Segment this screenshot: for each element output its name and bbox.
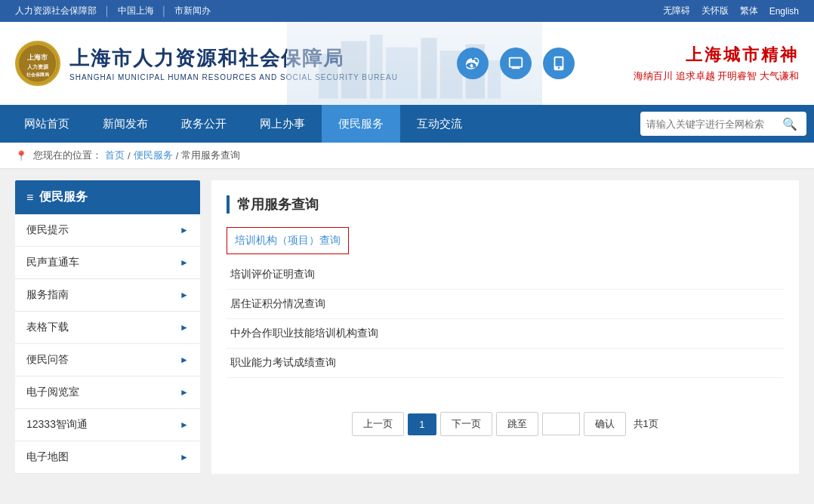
sidebar-item-label: 民声直通车 bbox=[26, 256, 79, 269]
sidebar-item-map[interactable]: 电子地图 ► bbox=[15, 441, 200, 474]
sidebar-item-guide[interactable]: 服务指南 ► bbox=[15, 279, 200, 312]
breadcrumb-services[interactable]: 便民服务 bbox=[134, 149, 173, 162]
weibo-icon-btn[interactable] bbox=[457, 48, 489, 79]
sidebar: ≡ 便民服务 便民提示 ► 民声直通车 ► 服务指南 ► 表格下载 ► 便民问答… bbox=[15, 180, 200, 474]
sidebar-header-icon: ≡ bbox=[26, 191, 33, 204]
content-title: 常用服务查询 bbox=[227, 195, 784, 214]
sidebar-item-label: 便民提示 bbox=[26, 223, 69, 237]
top-link-shanghai[interactable]: 中国上海 bbox=[118, 5, 154, 17]
sidebar-item-label: 电子阅览室 bbox=[26, 386, 79, 399]
svg-text:人力资源: 人力资源 bbox=[26, 63, 49, 69]
total-pages: 共1页 bbox=[634, 417, 658, 431]
sidebar-arrow-icon: ► bbox=[180, 355, 189, 365]
sidebar-item-label: 表格下载 bbox=[26, 321, 69, 334]
nav-item-news[interactable]: 新闻发布 bbox=[86, 105, 165, 143]
sidebar-item-label: 服务指南 bbox=[26, 288, 69, 302]
breadcrumb-prefix: 您现在的位置： bbox=[33, 149, 102, 162]
nav-bar: 网站首页 新闻发布 政务公开 网上办事 便民服务 互动交流 🔍 bbox=[0, 105, 814, 143]
city-spirit-title: 上海城市精神 bbox=[634, 44, 799, 66]
top-bar: 人力资源社会保障部 │ 中国上海 │ 市新闻办 无障碍 关怀版 繁体 Engli… bbox=[0, 0, 814, 22]
sidebar-arrow-icon: ► bbox=[180, 322, 189, 333]
nav-item-politics[interactable]: 政务公开 bbox=[165, 105, 243, 143]
nav-search-box: 🔍 bbox=[640, 112, 806, 136]
nav-item-home[interactable]: 网站首页 bbox=[8, 105, 86, 143]
service-item-training[interactable]: 培训机构（项目）查询 bbox=[227, 227, 349, 254]
sidebar-item-label: 便民问答 bbox=[26, 353, 69, 367]
sidebar-arrow-icon: ► bbox=[180, 225, 189, 235]
next-page-btn[interactable]: 下一页 bbox=[440, 412, 492, 436]
sidebar-item-label: 12333智询通 bbox=[26, 418, 88, 432]
service-list: 培训机构（项目）查询 培训评价证明查询 居住证积分情况查询 中外合作职业技能培训… bbox=[227, 227, 784, 378]
desktop-icon-btn[interactable] bbox=[500, 48, 532, 79]
confirm-btn[interactable]: 确认 bbox=[584, 412, 626, 436]
sidebar-arrow-icon: ► bbox=[180, 257, 189, 268]
nav-item-interaction[interactable]: 互动交流 bbox=[400, 105, 479, 143]
top-bar-left: 人力资源社会保障部 │ 中国上海 │ 市新闻办 bbox=[15, 5, 211, 17]
service-item-exam[interactable]: 职业能力考试成绩查询 bbox=[227, 349, 784, 378]
social-icons bbox=[457, 48, 575, 79]
header: 上海市 人力资源 社会保障局 上海市人力资源和社会保障局 SHANGHAI MU… bbox=[0, 22, 814, 105]
sidebar-title: 便民服务 bbox=[39, 189, 88, 205]
top-link-accessible[interactable]: 无障碍 bbox=[663, 5, 690, 17]
search-icon[interactable]: 🔍 bbox=[782, 117, 797, 131]
breadcrumb: 📍 您现在的位置： 首页 / 便民服务 / 常用服务查询 bbox=[0, 143, 814, 169]
svg-rect-8 bbox=[421, 38, 436, 98]
svg-rect-6 bbox=[370, 35, 383, 99]
logo-icon: 上海市 人力资源 社会保障局 bbox=[15, 41, 60, 86]
sidebar-arrow-icon: ► bbox=[180, 452, 189, 463]
svg-text:社会保障局: 社会保障局 bbox=[26, 71, 49, 76]
sidebar-item-tips[interactable]: 便民提示 ► bbox=[15, 214, 200, 247]
sidebar-arrow-icon: ► bbox=[180, 419, 189, 430]
sidebar-arrow-icon: ► bbox=[180, 387, 189, 398]
city-spirit: 上海城市精神 海纳百川 追求卓越 开明睿智 大气谦和 bbox=[634, 44, 799, 83]
content-area: 常用服务查询 培训机构（项目）查询 培训评价证明查询 居住证积分情况查询 中外合… bbox=[211, 180, 799, 474]
top-link-hrss[interactable]: 人力资源社会保障部 bbox=[15, 5, 97, 17]
mobile-icon-btn[interactable] bbox=[543, 48, 575, 79]
nav-item-online[interactable]: 网上办事 bbox=[243, 105, 322, 143]
sidebar-item-forms[interactable]: 表格下载 ► bbox=[15, 312, 200, 344]
svg-rect-4 bbox=[319, 54, 338, 98]
jump-btn[interactable]: 跳至 bbox=[496, 412, 538, 436]
svg-text:上海市: 上海市 bbox=[27, 53, 48, 61]
pagination: 上一页 1 下一页 跳至 确认 共1页 bbox=[227, 401, 784, 436]
sidebar-item-reading[interactable]: 电子阅览室 ► bbox=[15, 376, 200, 409]
top-link-news[interactable]: 市新闻办 bbox=[174, 5, 211, 17]
nav-item-services[interactable]: 便民服务 bbox=[322, 105, 400, 143]
city-spirit-sub: 海纳百川 追求卓越 开明睿智 大气谦和 bbox=[634, 69, 799, 83]
sidebar-item-faq[interactable]: 便民问答 ► bbox=[15, 344, 200, 376]
page-1-btn[interactable]: 1 bbox=[408, 413, 436, 435]
prev-page-btn[interactable]: 上一页 bbox=[352, 412, 404, 436]
service-item-cooperation[interactable]: 中外合作职业技能培训机构查询 bbox=[227, 319, 784, 349]
top-link-english[interactable]: English bbox=[769, 6, 799, 17]
top-link-traditional[interactable]: 繁体 bbox=[740, 5, 758, 17]
location-icon: 📍 bbox=[15, 150, 27, 161]
top-link-care[interactable]: 关怀版 bbox=[701, 5, 729, 17]
sidebar-arrow-icon: ► bbox=[180, 290, 189, 300]
breadcrumb-current: 常用服务查询 bbox=[181, 149, 240, 162]
breadcrumb-home[interactable]: 首页 bbox=[105, 149, 125, 162]
page-jump-input[interactable] bbox=[542, 413, 580, 435]
sidebar-item-12333[interactable]: 12333智询通 ► bbox=[15, 409, 200, 441]
sidebar-header: ≡ 便民服务 bbox=[15, 180, 200, 214]
svg-rect-7 bbox=[386, 48, 418, 99]
service-item-certificate[interactable]: 培训评价证明查询 bbox=[227, 260, 784, 290]
top-bar-right: 无障碍 关怀版 繁体 English bbox=[663, 5, 799, 17]
search-input[interactable] bbox=[646, 118, 782, 130]
sidebar-item-voice[interactable]: 民声直通车 ► bbox=[15, 247, 200, 279]
svg-rect-5 bbox=[341, 41, 367, 98]
main-content: ≡ 便民服务 便民提示 ► 民声直通车 ► 服务指南 ► 表格下载 ► 便民问答… bbox=[0, 169, 814, 485]
sidebar-item-label: 电子地图 bbox=[26, 450, 69, 464]
service-item-residence[interactable]: 居住证积分情况查询 bbox=[227, 290, 784, 319]
